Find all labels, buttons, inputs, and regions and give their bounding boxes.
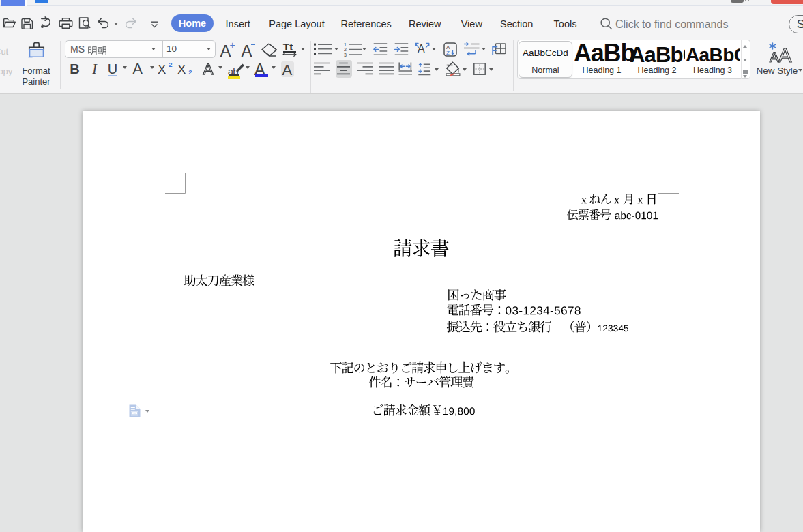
svg-text:Z: Z — [446, 50, 450, 56]
svg-text:1: 1 — [344, 42, 347, 47]
svg-text:2: 2 — [344, 47, 347, 52]
svg-text:3: 3 — [344, 53, 347, 57]
